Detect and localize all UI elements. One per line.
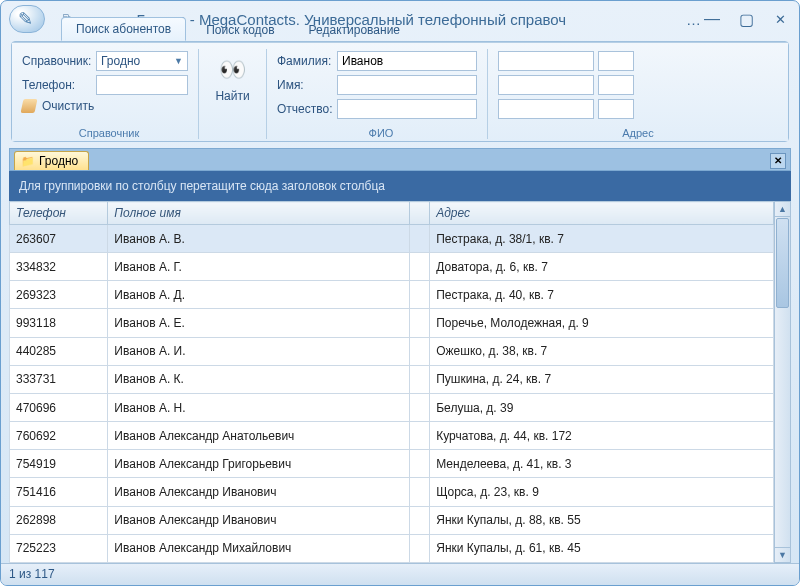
group-address-title: Адрес bbox=[496, 127, 780, 139]
cell-spacer bbox=[409, 393, 429, 421]
record-counter: 1 из 117 bbox=[9, 567, 55, 581]
cell-name: Иванов Александр Григорьевич bbox=[108, 450, 410, 478]
close-tab-button[interactable]: ✕ bbox=[770, 153, 786, 169]
cell-spacer bbox=[409, 365, 429, 393]
addr-input-3[interactable] bbox=[498, 99, 594, 119]
directory-combo-value: Гродно bbox=[101, 54, 140, 68]
cell-name: Иванов А. Г. bbox=[108, 253, 410, 281]
group-fio-title: ФИО bbox=[275, 127, 487, 139]
cell-name: Иванов Александр Анатольевич bbox=[108, 422, 410, 450]
table-row[interactable]: 754919Иванов Александр ГригорьевичМендел… bbox=[10, 450, 774, 478]
cell-name: Иванов Александр Иванович bbox=[108, 506, 410, 534]
cell-name: Иванов А. И. bbox=[108, 337, 410, 365]
doc-tab-label: Гродно bbox=[39, 154, 78, 168]
directory-combo[interactable]: Гродно ▼ bbox=[96, 51, 188, 71]
clear-button[interactable]: Очистить bbox=[22, 99, 188, 113]
cell-spacer bbox=[409, 534, 429, 562]
table-row[interactable]: 333731Иванов А. К.Пушкина, д. 24, кв. 7 bbox=[10, 365, 774, 393]
table-row[interactable]: 262898Иванов Александр ИвановичЯнки Купа… bbox=[10, 506, 774, 534]
cell-addr: Янки Купалы, д. 61, кв. 45 bbox=[430, 534, 774, 562]
cell-phone: 760692 bbox=[10, 422, 108, 450]
addr-input-1b[interactable] bbox=[598, 51, 634, 71]
addr-input-1[interactable] bbox=[498, 51, 594, 71]
binoculars-icon[interactable]: 👀 bbox=[209, 57, 256, 83]
col-header-phone[interactable]: Телефон bbox=[10, 202, 108, 225]
cell-name: Иванов Александр Михайлович bbox=[108, 534, 410, 562]
label-patronymic: Отчество: bbox=[277, 102, 333, 116]
cell-addr: Ожешко, д. 38, кв. 7 bbox=[430, 337, 774, 365]
doc-tab-grodno[interactable]: 📁 Гродно bbox=[14, 151, 89, 170]
cell-phone: 754919 bbox=[10, 450, 108, 478]
table-row[interactable]: 993118Иванов А. Е.Поречье, Молодежная, д… bbox=[10, 309, 774, 337]
col-header-name[interactable]: Полное имя bbox=[108, 202, 410, 225]
col-header-addr[interactable]: Адрес bbox=[430, 202, 774, 225]
statusbar: 1 из 117 bbox=[1, 563, 799, 585]
addr-input-2[interactable] bbox=[498, 75, 594, 95]
addr-input-2b[interactable] bbox=[598, 75, 634, 95]
cell-phone: 269323 bbox=[10, 281, 108, 309]
cell-name: Иванов А. В. bbox=[108, 225, 410, 253]
find-label[interactable]: Найти bbox=[209, 89, 256, 103]
eraser-icon bbox=[21, 99, 38, 113]
table-row[interactable]: 470696Иванов А. Н.Белуша, д. 39 bbox=[10, 393, 774, 421]
scroll-thumb[interactable] bbox=[776, 218, 789, 308]
results-grid[interactable]: Телефон Полное имя Адрес 263607Иванов А.… bbox=[9, 201, 774, 563]
cell-name: Иванов А. Н. bbox=[108, 393, 410, 421]
ribbon-tabs: Поиск абонентов Поиск кодов Редактирован… bbox=[1, 15, 799, 41]
group-find: 👀 Найти bbox=[207, 49, 267, 139]
cell-addr: Белуша, д. 39 bbox=[430, 393, 774, 421]
cell-name: Иванов А. Е. bbox=[108, 309, 410, 337]
clear-label: Очистить bbox=[42, 99, 94, 113]
group-directory-title: Справочник bbox=[20, 127, 198, 139]
cell-phone: 470696 bbox=[10, 393, 108, 421]
cell-spacer bbox=[409, 253, 429, 281]
scroll-up-icon[interactable]: ▲ bbox=[775, 202, 790, 217]
cell-name: Иванов А. К. bbox=[108, 365, 410, 393]
label-directory: Справочник: bbox=[22, 54, 92, 68]
cell-spacer bbox=[409, 422, 429, 450]
tab-code-search[interactable]: Поиск кодов bbox=[192, 19, 288, 41]
document-area: 📁 Гродно ✕ Для группировки по столбцу пе… bbox=[9, 148, 791, 563]
tab-subscriber-search[interactable]: Поиск абонентов bbox=[61, 17, 186, 41]
app-icon[interactable] bbox=[9, 5, 45, 33]
cell-spacer bbox=[409, 450, 429, 478]
addr-input-3b[interactable] bbox=[598, 99, 634, 119]
doc-tabs: 📁 Гродно ✕ bbox=[9, 148, 791, 171]
scroll-down-icon[interactable]: ▼ bbox=[775, 547, 790, 562]
cell-addr: Янки Купалы, д. 88, кв. 55 bbox=[430, 506, 774, 534]
grid-wrap: Телефон Полное имя Адрес 263607Иванов А.… bbox=[9, 201, 791, 563]
cell-spacer bbox=[409, 281, 429, 309]
phone-input[interactable] bbox=[96, 75, 188, 95]
table-row[interactable]: 725223Иванов Александр МихайловичЯнки Ку… bbox=[10, 534, 774, 562]
table-row[interactable]: 334832Иванов А. Г.Доватора, д. 6, кв. 7 bbox=[10, 253, 774, 281]
group-directory: Справочник: Гродно ▼ Телефон: Очистить С… bbox=[20, 49, 199, 139]
folder-icon: 📁 bbox=[21, 155, 35, 168]
patronymic-input[interactable] bbox=[337, 99, 477, 119]
cell-phone: 262898 bbox=[10, 506, 108, 534]
cell-addr: Доватора, д. 6, кв. 7 bbox=[430, 253, 774, 281]
cell-spacer bbox=[409, 506, 429, 534]
ribbon: Справочник: Гродно ▼ Телефон: Очистить С… bbox=[11, 41, 789, 142]
cell-phone: 263607 bbox=[10, 225, 108, 253]
surname-input[interactable] bbox=[337, 51, 477, 71]
cell-spacer bbox=[409, 309, 429, 337]
firstname-input[interactable] bbox=[337, 75, 477, 95]
group-by-hint[interactable]: Для группировки по столбцу перетащите сю… bbox=[9, 171, 791, 201]
cell-addr: Поречье, Молодежная, д. 9 bbox=[430, 309, 774, 337]
table-row[interactable]: 263607Иванов А. В.Пестрака, д. 38/1, кв.… bbox=[10, 225, 774, 253]
tab-editing[interactable]: Редактирование bbox=[295, 19, 414, 41]
group-address: Адрес bbox=[496, 49, 780, 139]
app-window: ⎘ ▾ ≡ Гродно - MegaContacts. Универсальн… bbox=[0, 0, 800, 586]
cell-name: Иванов Александр Иванович bbox=[108, 478, 410, 506]
table-row[interactable]: 269323Иванов А. Д.Пестрака, д. 40, кв. 7 bbox=[10, 281, 774, 309]
table-row[interactable]: 751416Иванов Александр ИвановичЩорса, д.… bbox=[10, 478, 774, 506]
label-phone: Телефон: bbox=[22, 78, 92, 92]
cell-phone: 333731 bbox=[10, 365, 108, 393]
label-firstname: Имя: bbox=[277, 78, 333, 92]
vertical-scrollbar[interactable]: ▲ ▼ bbox=[774, 201, 791, 563]
cell-phone: 725223 bbox=[10, 534, 108, 562]
cell-phone: 751416 bbox=[10, 478, 108, 506]
table-row[interactable]: 760692Иванов Александр АнатольевичКурчат… bbox=[10, 422, 774, 450]
table-row[interactable]: 440285Иванов А. И.Ожешко, д. 38, кв. 7 bbox=[10, 337, 774, 365]
cell-addr: Щорса, д. 23, кв. 9 bbox=[430, 478, 774, 506]
